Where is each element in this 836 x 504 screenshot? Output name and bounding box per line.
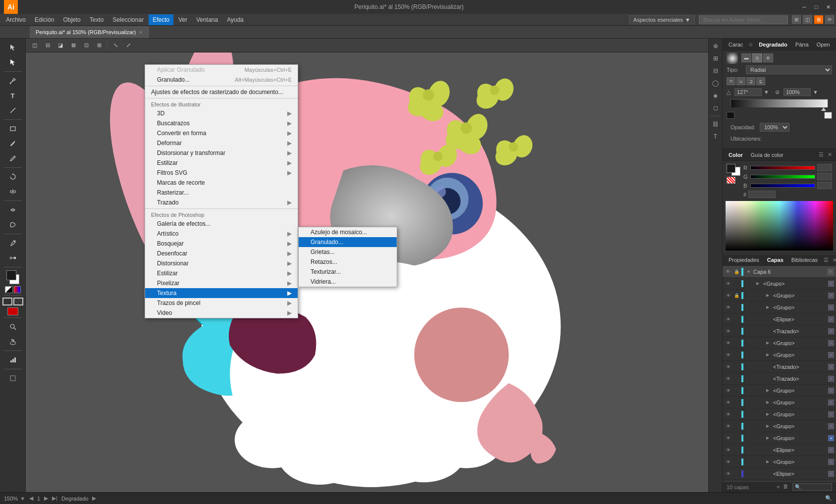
direct-selection-tool[interactable] [5,55,21,69]
layer-row-2[interactable]: 👁 ▶ <Grupo> ○ [723,302,836,313]
menu-distorsionar-transformar[interactable]: Distorsionar y transformar ▶ [145,148,298,158]
status-arrow[interactable]: ▶ [92,495,96,502]
layer-row-3[interactable]: 👁 ▶ <Elipse> ○ [723,313,836,325]
transform-panel-icon[interactable]: ⊕ [710,41,721,51]
delete-layer-btn[interactable]: 🗑 [783,483,788,491]
transparency-icon[interactable]: ◻ [710,102,721,113]
menu-pixelizar[interactable]: Pixelizar ▶ [145,278,298,288]
graph-tool[interactable] [5,353,21,367]
lock-icon[interactable]: 🔒 [733,269,739,274]
submenu-grietas[interactable]: Grietas... [299,247,397,257]
menu-3d[interactable]: 3D ▶ [145,108,298,118]
color-spectrum[interactable] [726,201,833,251]
workspace-selector[interactable]: Aspectos esenciales ▼ [629,15,695,24]
edit-grad-btn-4[interactable]: ⊑ [756,77,765,85]
menu-archivo[interactable]: Archivo [2,14,30,25]
layer-row-9[interactable]: 👁 ▶ <Grupo> ○ [723,385,836,397]
hand-tool[interactable] [5,335,21,349]
menu-ver[interactable]: Ver [174,14,191,25]
new-layer-btn[interactable]: + [776,483,780,491]
btn1[interactable]: ⊞ [792,15,801,24]
menu-ventana[interactable]: Ventana [192,14,222,25]
edit-grad-btn-3[interactable]: ⊒ [746,77,755,85]
type-tool[interactable]: T [5,89,21,102]
eye-icon-capa6[interactable]: 👁 [725,269,732,274]
type-panel-icon[interactable]: T [710,131,721,142]
line-tool[interactable] [5,103,21,117]
layer-row-15[interactable]: 👁 ▶ <Grupo> ○ [723,456,836,468]
menu-deformar[interactable]: Deformar ▶ [145,138,298,148]
layer-capa6[interactable]: 👁 🔒 ▼ Capa 6 ○ [723,266,836,278]
menu-textura[interactable]: Textura ▶ [145,288,298,298]
parra-tab[interactable]: Párra [793,41,811,49]
transform-y[interactable]: ⤢ [123,41,133,50]
layer-row-8[interactable]: 👁 ▶ <Trazado> ○ [723,373,836,385]
angle-input[interactable] [734,88,762,96]
layer-row-1[interactable]: 👁 🔒 ▶ <Grupo> ○ [723,290,836,302]
menu-bosquejar[interactable]: Bosquejar ▶ [145,239,298,249]
submenu-granulado[interactable]: Granulado... [299,237,397,247]
r-slider[interactable] [750,166,815,170]
g-slider[interactable] [750,175,815,179]
rectangle-tool[interactable] [5,122,21,136]
menu-edicion[interactable]: Edición [31,14,58,25]
paintbrush-tool[interactable] [5,137,21,151]
menu-ajustes-rasterizado[interactable]: Ajustes de efectos de rasterizado de doc… [145,87,298,97]
align-left[interactable]: ◫ [30,41,40,50]
submenu-retazos[interactable]: Retazos... [299,257,397,267]
page-end[interactable]: ▶| [52,495,57,502]
layer-target-4[interactable]: ○ [828,328,834,334]
tab-close-icon[interactable]: ✕ [139,30,143,35]
layer-target-15[interactable]: ○ [828,459,834,465]
menu-objeto[interactable]: Objeto [59,14,84,25]
layer-target-8[interactable]: ○ [828,376,834,382]
r-input[interactable] [817,164,832,171]
menu-trazado[interactable]: Trazado ▶ [145,198,298,207]
edit-grad-btn-1[interactable]: ⊓ [727,77,735,85]
bibliotecas-tab[interactable]: Bibliotecas [789,256,820,264]
layer-row-0[interactable]: 👁 ▶ <Grupo> ○ [723,278,836,290]
submenu-vidriera[interactable]: Vidriera... [299,277,397,287]
layer-row-14[interactable]: 👁 ▶ <Elipse> ○ [723,444,836,456]
menu-galeria-efectos[interactable]: Galería de efectos... [145,219,298,229]
layer-row-4[interactable]: 👁 ▶ <Trazado> ○ [723,325,836,337]
none-swatch[interactable] [727,177,735,184]
menu-marcas-recorte[interactable]: Marcas de recorte [145,178,298,188]
menu-distorsionar[interactable]: Distorsionar ▶ [145,258,298,268]
align-bottom[interactable]: ⊞ [94,41,104,50]
layer-target-icon[interactable]: ○ [827,268,834,275]
expand-arrow[interactable]: ▼ [746,269,751,274]
layer-target-3[interactable]: ○ [828,316,834,322]
close-button[interactable]: ✕ [824,3,832,11]
selection-tool[interactable] [5,41,21,54]
layer-row-11[interactable]: 👁 ▶ <Grupo> ○ [723,408,836,420]
color-panel-menu[interactable]: ☰ [819,151,824,158]
artboard-btn[interactable] [5,371,21,385]
gradient-tool-icon[interactable]: ◈ [710,90,721,101]
menu-texto[interactable]: Texto [86,14,108,25]
layer-target-13[interactable]: ● [828,435,834,441]
stroke-panel-icon[interactable]: ◯ [710,78,721,89]
btn2[interactable]: ◫ [803,15,812,24]
fg-color-swatch[interactable] [6,270,16,280]
menu-seleccionar[interactable]: Seleccionar [108,14,148,25]
layers-search[interactable] [792,483,832,491]
layer-row-12[interactable]: 👁 ▶ <Grupo> ○ [723,420,836,432]
menu-granulado[interactable]: Granulado... Alt+Mayúsculas+Ctrl+E [145,75,298,85]
degradado-tab[interactable]: Degradado [757,41,789,49]
zoom-in-btn[interactable]: 🔍 [825,495,832,502]
layer-row-13[interactable]: 👁 ▶ <Grupo> ● [723,432,836,444]
minimize-button[interactable]: ─ [800,3,808,11]
layer-target-1[interactable]: ○ [828,293,834,299]
edit-grad-btn-2[interactable]: ⊔ [736,77,745,85]
sync-btn[interactable]: ⟳ [825,15,834,24]
eye-icon-0[interactable]: 👁 [725,281,732,286]
hex-input[interactable] [748,191,776,198]
swap-colors-icon[interactable] [14,286,21,293]
scale-dropdown[interactable]: ▼ [813,89,818,95]
pen-tool[interactable] [5,74,21,88]
layer-target-11[interactable]: ○ [828,411,834,417]
radial-grad-btn[interactable]: ◎ [752,53,762,62]
gradient-type-select[interactable]: Radial Lineal [746,65,832,74]
opacity-select[interactable]: 100% 75% 50% [760,123,789,132]
